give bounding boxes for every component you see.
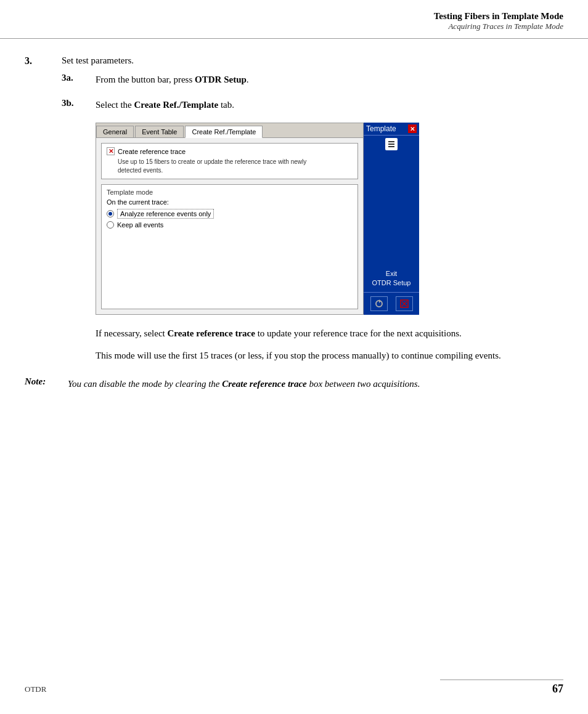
tab-event-table[interactable]: Event Table bbox=[135, 126, 184, 137]
dialog-window: General Event Table Create Ref./Template… bbox=[96, 123, 364, 315]
step-3a-bold: OTDR Setup bbox=[195, 75, 247, 84]
dialog-content: ✕ Create reference trace Use up to 15 fi… bbox=[96, 138, 363, 314]
step-3a-suffix: . bbox=[247, 75, 249, 84]
settings-icon bbox=[387, 140, 396, 148]
radio-analyze-label: Analyze reference events only bbox=[117, 209, 214, 219]
create-ref-checkbox[interactable]: ✕ bbox=[107, 147, 115, 155]
header-rule bbox=[0, 38, 588, 39]
tab-bar: General Event Table Create Ref./Template bbox=[96, 123, 363, 138]
create-ref-label: Create reference trace bbox=[118, 148, 186, 155]
checkbox-section: ✕ Create reference trace Use up to 15 fi… bbox=[101, 143, 358, 179]
step-3a: 3a. From the button bar, press OTDR Setu… bbox=[62, 73, 563, 87]
step-3b-bold: Create Ref./Template bbox=[134, 100, 218, 110]
radio-keep-row: Keep all events bbox=[107, 221, 353, 229]
body-text-1-bold: Create reference trace bbox=[167, 328, 255, 338]
step-3a-number: 3a. bbox=[62, 73, 96, 83]
side-panel-spacer bbox=[364, 153, 419, 264]
svg-rect-1 bbox=[388, 144, 394, 145]
checkbox-description: Use up to 15 fibers to create or update … bbox=[118, 158, 353, 175]
checkbox-row: ✕ Create reference trace bbox=[107, 147, 353, 155]
step-3b-suffix: tab. bbox=[218, 100, 234, 110]
screenshot-container: General Event Table Create Ref./Template… bbox=[96, 123, 422, 315]
radio-keep-label: Keep all events bbox=[117, 221, 163, 229]
side-panel-bottom-buttons bbox=[364, 292, 419, 315]
header-subtitle: Acquiring Traces in Template Mode bbox=[434, 22, 563, 31]
radio-analyze-row: Analyze reference events only bbox=[107, 209, 353, 219]
footer-left: OTDR bbox=[25, 684, 46, 694]
radio-keep[interactable] bbox=[107, 221, 114, 229]
content-area: 3. Set test parameters. 3a. From the but… bbox=[0, 55, 588, 391]
page-header: Testing Fibers in Template Mode Acquirin… bbox=[434, 11, 563, 31]
on-current-trace: On the current trace: bbox=[107, 198, 353, 206]
page-footer: OTDR 67 bbox=[25, 683, 563, 696]
tab-create-ref[interactable]: Create Ref./Template bbox=[185, 126, 263, 138]
footer-right: 67 bbox=[552, 683, 563, 696]
header-title: Testing Fibers in Template Mode bbox=[434, 11, 563, 22]
side-panel-header: Template ✕ bbox=[364, 123, 419, 136]
template-mode-section: Template mode On the current trace: Anal… bbox=[101, 184, 358, 309]
close-button[interactable] bbox=[396, 296, 413, 311]
close-icon bbox=[399, 299, 409, 309]
body-text-1: If necessary, select Create reference tr… bbox=[96, 326, 563, 341]
step-3a-text: From the button bar, press OTDR Setup. bbox=[96, 73, 249, 87]
refresh-button[interactable] bbox=[370, 296, 388, 311]
svg-rect-2 bbox=[388, 146, 394, 147]
note-section: Note: You can disable the mode by cleari… bbox=[25, 376, 563, 391]
body-text-2: This mode will use the first 15 traces (… bbox=[96, 348, 563, 363]
side-panel: Template ✕ ExitOTDR Setup bbox=[364, 123, 419, 315]
step-3: 3. Set test parameters. bbox=[25, 55, 563, 67]
tab-general[interactable]: General bbox=[96, 126, 134, 137]
sub-steps: 3a. From the button bar, press OTDR Setu… bbox=[62, 73, 563, 363]
side-panel-icon-shape bbox=[385, 138, 398, 150]
step-3b-text: Select the Create Ref./Template tab. bbox=[96, 98, 234, 112]
note-label: Note: bbox=[25, 376, 68, 387]
side-panel-title: Template bbox=[366, 124, 396, 133]
step-3b-number: 3b. bbox=[62, 98, 96, 108]
exit-otdr-setup-button[interactable]: ExitOTDR Setup bbox=[364, 264, 419, 292]
svg-rect-0 bbox=[388, 141, 394, 142]
side-panel-icon-area bbox=[364, 136, 419, 153]
step-3-number: 3. bbox=[25, 55, 62, 67]
refresh-icon bbox=[374, 299, 384, 309]
footer-rule bbox=[440, 680, 563, 680]
note-bold: Create reference trace bbox=[222, 379, 306, 389]
radio-analyze[interactable] bbox=[107, 210, 114, 217]
side-panel-close-button[interactable]: ✕ bbox=[408, 124, 417, 133]
template-mode-title: Template mode bbox=[107, 189, 353, 196]
step-3b-row: 3b. Select the Create Ref./Template tab. bbox=[62, 98, 563, 112]
step-3-text: Set test parameters. bbox=[62, 55, 134, 66]
note-text: You can disable the mode by clearing the… bbox=[68, 376, 420, 391]
